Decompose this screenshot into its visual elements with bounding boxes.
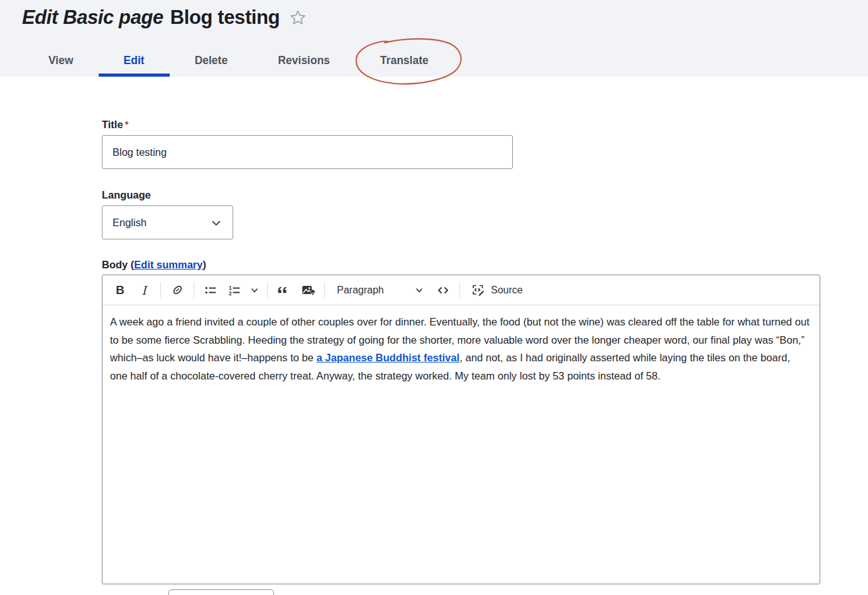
- tab-translate[interactable]: Translate: [355, 47, 454, 77]
- list-style-dropdown-button[interactable]: [248, 280, 261, 301]
- tab-revisions[interactable]: Revisions: [253, 47, 355, 77]
- title-input[interactable]: [102, 135, 513, 169]
- page-title-prefix: Edit Basic page: [22, 6, 163, 29]
- link-icon: [171, 283, 184, 297]
- toolbar-separator: [160, 282, 161, 298]
- italic-button[interactable]: I: [133, 280, 155, 301]
- language-selected-value: English: [113, 217, 146, 229]
- link-button[interactable]: [167, 280, 188, 301]
- italic-icon: I: [141, 283, 146, 297]
- primary-tabs: View Edit Delete Revisions Translate: [23, 47, 454, 77]
- language-select[interactable]: English: [102, 205, 233, 239]
- body-paragraph: A week ago a friend invited a couple of …: [110, 314, 810, 385]
- bulleted-list-icon: [204, 284, 217, 297]
- source-button[interactable]: Source: [466, 280, 528, 301]
- paragraph-style-dropdown[interactable]: Paragraph: [331, 280, 430, 301]
- text-format-select[interactable]: [168, 589, 274, 595]
- title-label-text: Title: [102, 119, 123, 130]
- block-quote-button[interactable]: [273, 280, 295, 301]
- page-header: Edit Basic page Blog testing View Edit D…: [0, 0, 868, 77]
- svg-text:2: 2: [229, 290, 232, 296]
- tab-view[interactable]: View: [23, 47, 99, 77]
- chevron-down-icon: [250, 286, 259, 295]
- page-title-entity: Blog testing: [170, 6, 280, 29]
- bold-icon: B: [116, 283, 124, 297]
- star-icon[interactable]: [289, 9, 307, 26]
- paragraph-dropdown-label: Paragraph: [337, 285, 384, 296]
- body-editor: B I: [102, 275, 820, 584]
- body-field-label: Body (Edit summary): [102, 259, 206, 271]
- chevron-down-icon: [210, 217, 222, 229]
- toolbar-separator: [194, 282, 194, 298]
- toolbar-separator: [267, 282, 268, 298]
- insert-image-button[interactable]: [297, 280, 319, 301]
- title-field-label: Title*: [102, 119, 128, 131]
- editor-toolbar: B I: [102, 275, 820, 305]
- insert-image-icon: [301, 283, 316, 297]
- toolbar-separator: [324, 282, 325, 298]
- toolbar-separator: [459, 282, 460, 298]
- body-label-close: ): [202, 259, 206, 270]
- source-button-label: Source: [491, 285, 523, 296]
- source-editing-icon: [471, 283, 485, 297]
- code-button[interactable]: [432, 280, 454, 301]
- numbered-list-button[interactable]: 1 2: [224, 280, 245, 301]
- required-marker: *: [125, 119, 129, 129]
- page-title: Edit Basic page Blog testing: [22, 4, 307, 31]
- language-field-label: Language: [102, 189, 151, 201]
- body-inline-link[interactable]: a Japanese Buddhist festival: [316, 352, 459, 364]
- tab-edit[interactable]: Edit: [99, 47, 170, 77]
- body-editable-area[interactable]: A week ago a friend invited a couple of …: [102, 305, 820, 582]
- edit-basic-page: Edit Basic page Blog testing View Edit D…: [0, 0, 868, 595]
- chevron-down-icon: [415, 286, 424, 295]
- tab-delete[interactable]: Delete: [170, 47, 253, 77]
- bulleted-list-button[interactable]: [200, 280, 221, 301]
- edit-summary-link[interactable]: Edit summary: [134, 259, 202, 270]
- numbered-list-icon: 1 2: [228, 284, 241, 297]
- code-icon: [436, 283, 450, 297]
- block-quote-icon: [277, 283, 291, 297]
- body-label-open: Body (: [102, 259, 134, 270]
- bold-button[interactable]: B: [109, 280, 131, 301]
